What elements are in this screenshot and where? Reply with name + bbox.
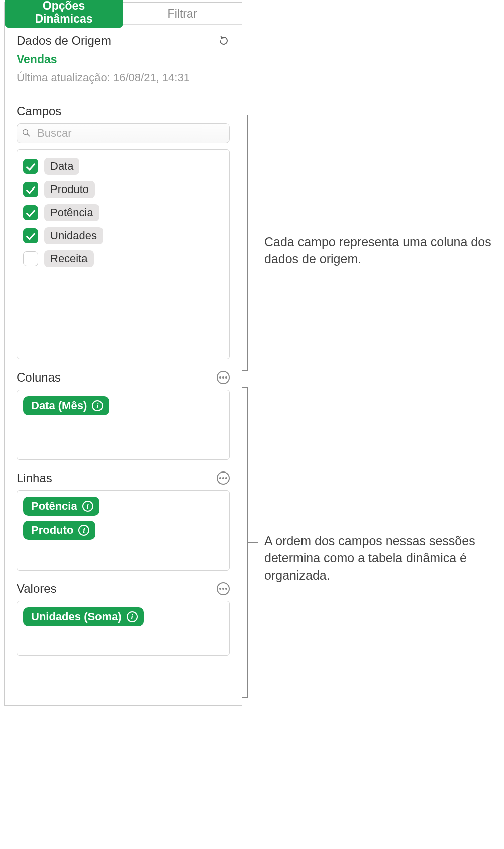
checkbox-potencia[interactable] [23, 205, 38, 220]
columns-header: Colunas [5, 359, 242, 385]
panel-tabs: Opções Dinâmicas Filtrar [5, 3, 242, 25]
values-header: Valores [5, 571, 242, 596]
values-label: Valores [17, 582, 57, 596]
bracket-fields [247, 115, 248, 371]
svg-point-0 [23, 130, 28, 135]
checkbox-unidades[interactable] [23, 228, 38, 243]
field-row-receita[interactable]: Receita [23, 247, 223, 270]
checkbox-receita[interactable] [23, 251, 38, 266]
rows-dropzone[interactable]: Potência i Produto i [17, 490, 230, 571]
info-icon[interactable]: i [78, 525, 89, 536]
info-icon[interactable]: i [92, 400, 103, 411]
fields-search-wrap [17, 123, 230, 143]
field-chip-produto[interactable]: Produto [44, 181, 95, 198]
pivot-options-panel: Opções Dinâmicas Filtrar Dados de Origem… [4, 2, 242, 706]
origin-last-update: Última atualização: 16/08/21, 14:31 [17, 71, 230, 84]
field-row-produto[interactable]: Produto [23, 178, 223, 201]
values-more-icon[interactable] [217, 582, 230, 595]
tab-dynamic-options[interactable]: Opções Dinâmicas [5, 0, 123, 30]
checkbox-produto[interactable] [23, 182, 38, 197]
field-chip-data[interactable]: Data [44, 158, 79, 175]
token-label: Produto [31, 524, 73, 537]
token-produto[interactable]: Produto i [23, 521, 95, 540]
bracket-order [247, 387, 248, 698]
columns-more-icon[interactable] [217, 371, 230, 384]
values-dropzone[interactable]: Unidades (Soma) i [17, 601, 230, 656]
tab-filter-label: Filtrar [168, 7, 197, 20]
token-label: Unidades (Soma) [31, 610, 122, 623]
origin-table-name[interactable]: Vendas [17, 53, 230, 66]
rows-header: Linhas [5, 460, 242, 485]
rows-more-icon[interactable] [217, 471, 230, 485]
field-chip-potencia[interactable]: Potência [44, 204, 99, 221]
checkbox-data[interactable] [23, 159, 38, 174]
columns-dropzone[interactable]: Data (Mês) i [17, 390, 230, 460]
origin-header: Dados de Origem [17, 34, 230, 48]
fields-list: Data Produto Potência Unidades Receita [17, 149, 230, 359]
token-label: Data (Mês) [31, 399, 87, 412]
origin-section: Dados de Origem Vendas Última atualizaçã… [5, 25, 242, 84]
info-icon[interactable]: i [127, 611, 138, 622]
rows-label: Linhas [17, 471, 52, 485]
tab-dynamic-options-label: Opções Dinâmicas [5, 0, 123, 28]
callout-fields: Cada campo representa uma coluna dos dad… [264, 234, 495, 268]
origin-title: Dados de Origem [17, 34, 111, 48]
fields-search-input[interactable] [17, 123, 230, 143]
info-icon[interactable]: i [82, 501, 93, 512]
token-data-mes[interactable]: Data (Mês) i [23, 396, 109, 415]
field-row-unidades[interactable]: Unidades [23, 224, 223, 247]
tab-filter[interactable]: Filtrar [123, 3, 242, 25]
field-chip-unidades[interactable]: Unidades [44, 227, 103, 244]
fields-label: Campos [5, 95, 242, 118]
search-icon [22, 126, 31, 140]
field-chip-receita[interactable]: Receita [44, 250, 94, 267]
token-potencia[interactable]: Potência i [23, 497, 99, 516]
callout-order: A ordem dos campos nessas sessões determ… [264, 533, 495, 584]
token-unidades-soma[interactable]: Unidades (Soma) i [23, 607, 144, 626]
svg-line-1 [28, 134, 30, 136]
refresh-icon[interactable] [218, 35, 230, 47]
columns-label: Colunas [17, 370, 61, 385]
token-label: Potência [31, 500, 77, 513]
field-row-data[interactable]: Data [23, 155, 223, 178]
field-row-potencia[interactable]: Potência [23, 201, 223, 224]
